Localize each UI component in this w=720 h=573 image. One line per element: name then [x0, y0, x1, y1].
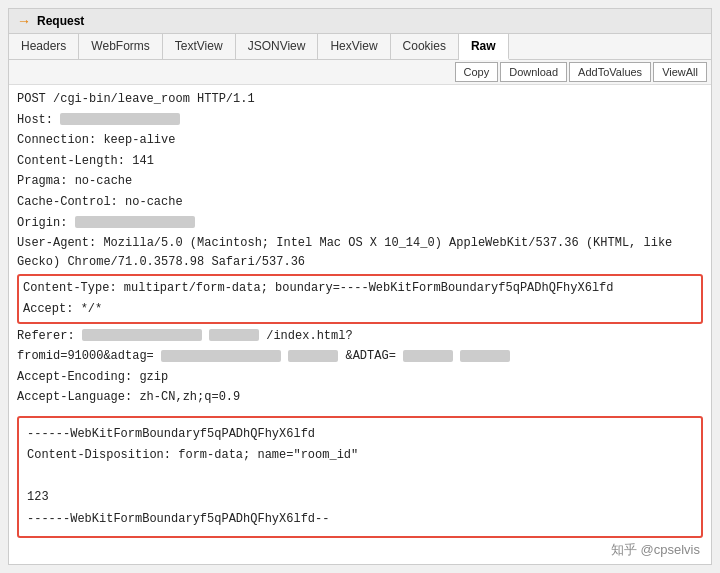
viewall-button[interactable]: ViewAll: [653, 62, 707, 82]
watermark: 知乎 @cpselvis: [611, 541, 700, 559]
body-boundary-start: ------WebKitFormBoundaryf5qPADhQFhyX6lfd: [27, 424, 693, 445]
content-type-block: Content-Type: multipart/form-data; bound…: [17, 274, 703, 323]
tab-cookies[interactable]: Cookies: [391, 34, 459, 59]
raw-content: POST /cgi-bin/leave_room HTTP/1.1 Host: …: [9, 85, 711, 564]
tab-textview[interactable]: TextView: [163, 34, 236, 59]
request-body-block: ------WebKitFormBoundaryf5qPADhQFhyX6lfd…: [17, 416, 703, 538]
adtag-value-blurred: [161, 350, 281, 362]
referer-path-blurred: [209, 329, 259, 341]
request-line: POST /cgi-bin/leave_room HTTP/1.1: [17, 89, 703, 110]
raw-toolbar: Copy Download AddToValues ViewAll: [9, 60, 711, 85]
arrow-icon: →: [17, 13, 31, 29]
cache-control-line: Cache-Control: no-cache: [17, 192, 703, 213]
addtovalues-button[interactable]: AddToValues: [569, 62, 651, 82]
referer-line: Referer: /index.html?: [17, 326, 703, 347]
body-boundary-end: ------WebKitFormBoundaryf5qPADhQFhyX6lfd…: [27, 509, 693, 530]
user-agent-line: User-Agent: Mozilla/5.0 (Macintosh; Inte…: [17, 233, 703, 272]
title-bar: → Request: [9, 9, 711, 34]
origin-line: Origin:: [17, 213, 703, 234]
download-button[interactable]: Download: [500, 62, 567, 82]
tab-webforms[interactable]: WebForms: [79, 34, 162, 59]
tab-bar: Headers WebForms TextView JSONView HexVi…: [9, 34, 711, 60]
content-length-line: Content-Length: 141: [17, 151, 703, 172]
fromid-line: fromid=91000&adtag= &ADTAG=: [17, 346, 703, 367]
body-value: 123: [27, 487, 693, 508]
accept-language-line: Accept-Language: zh-CN,zh;q=0.9: [17, 387, 703, 408]
host-value-blurred: [60, 113, 180, 125]
tab-headers[interactable]: Headers: [9, 34, 79, 59]
tab-jsonview[interactable]: JSONView: [236, 34, 319, 59]
content-type-line: Content-Type: multipart/form-data; bound…: [23, 278, 697, 299]
referer-host-blurred: [82, 329, 202, 341]
window-title: Request: [37, 14, 84, 28]
accept-encoding-line: Accept-Encoding: gzip: [17, 367, 703, 388]
adtag3-blurred: [403, 350, 453, 362]
request-window: → Request Headers WebForms TextView JSON…: [8, 8, 712, 565]
host-line: Host:: [17, 110, 703, 131]
connection-line: Connection: keep-alive: [17, 130, 703, 151]
origin-value-blurred: [75, 216, 195, 228]
body-empty-line: [27, 466, 693, 487]
body-content-disposition: Content-Disposition: form-data; name="ro…: [27, 445, 693, 466]
pragma-line: Pragma: no-cache: [17, 171, 703, 192]
adtag2-blurred: [288, 350, 338, 362]
tab-hexview[interactable]: HexView: [318, 34, 390, 59]
accept-line-highlighted: Accept: */*: [23, 299, 697, 320]
adtag4-blurred: [460, 350, 510, 362]
copy-button[interactable]: Copy: [455, 62, 499, 82]
tab-raw[interactable]: Raw: [459, 34, 509, 60]
